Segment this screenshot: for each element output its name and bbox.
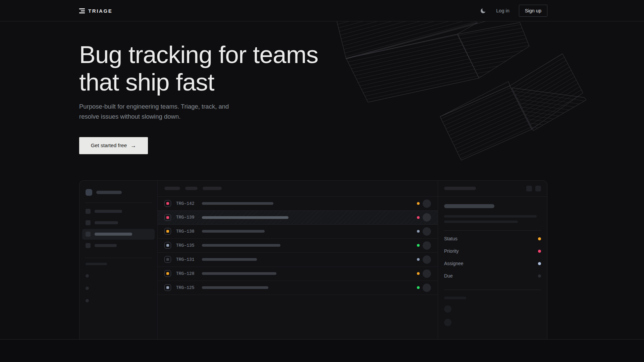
issue-row: TRG–138	[158, 225, 438, 239]
issue-priority-dot	[417, 258, 420, 261]
property-label: Priority	[444, 248, 459, 254]
triage-bars-icon	[79, 8, 85, 13]
detail-title-placeholder	[444, 204, 494, 208]
detail-header-button-placeholder	[526, 186, 532, 191]
activity-avatar-placeholder	[444, 305, 451, 313]
property-row-status: Status	[444, 233, 541, 245]
hero-heading: Bug tracking for teams that ship fast	[79, 21, 547, 96]
issue-assignee-avatar	[423, 241, 431, 250]
signup-button[interactable]: Sign up	[519, 5, 547, 17]
priority-value-dot	[538, 250, 541, 253]
issue-priority-dot	[417, 272, 420, 275]
issue-title-placeholder	[202, 286, 268, 289]
login-link[interactable]: Log in	[496, 8, 509, 13]
property-label: Assignee	[444, 261, 464, 266]
detail-description-placeholder	[444, 221, 518, 223]
detail-divider	[444, 230, 541, 231]
property-label: Due	[444, 273, 453, 279]
issue-title-placeholder	[202, 258, 257, 261]
issue-title-placeholder	[202, 244, 280, 247]
issue-title-placeholder	[202, 216, 288, 219]
property-row-assignee: Assignee	[444, 257, 541, 270]
issue-status-icon	[164, 200, 171, 207]
mockup-issue-list: TRG–142 TRG–139 TRG–138	[158, 181, 438, 340]
sidebar-dot-placeholder	[86, 274, 89, 278]
issue-assignee-avatar	[423, 255, 431, 264]
mockup-sidebar	[79, 181, 158, 340]
workspace-name-placeholder	[96, 191, 122, 194]
sidebar-section-label-placeholder	[86, 263, 107, 265]
issue-priority-dot	[417, 244, 420, 247]
sidebar-dot-placeholder	[86, 299, 89, 302]
brand-logo[interactable]: TRIAGE	[79, 8, 112, 14]
workspace-avatar-placeholder	[86, 189, 92, 196]
arrow-right-icon: →	[130, 143, 136, 148]
hero-heading-line2: that ship fast	[79, 68, 547, 96]
issue-assignee-avatar	[423, 213, 431, 222]
detail-description-placeholder	[444, 215, 537, 218]
issue-id: TRG–128	[176, 271, 197, 276]
issue-priority-dot	[417, 202, 420, 205]
issue-title-placeholder	[202, 202, 273, 205]
issue-row: TRG–128	[158, 267, 438, 281]
theme-toggle-moon-icon[interactable]	[480, 7, 487, 14]
nav-icon-placeholder	[86, 243, 91, 248]
mockup-workspace-switcher	[86, 189, 151, 196]
issue-assignee-avatar	[423, 284, 431, 292]
issue-row: TRG–131	[158, 253, 438, 267]
activity-label-placeholder	[444, 297, 466, 299]
property-row-due: Due	[444, 270, 541, 282]
hero-section: Bug tracking for teams that ship fast Pu…	[0, 21, 644, 340]
issue-status-icon	[164, 270, 171, 277]
get-started-label: Get started free	[91, 142, 127, 148]
issue-row-selected: TRG–139	[158, 210, 438, 225]
issue-priority-dot	[417, 230, 420, 233]
due-value-dot	[538, 275, 541, 278]
sidebar-nav-item-placeholder	[82, 218, 155, 228]
detail-divider	[444, 290, 541, 290]
issue-priority-dot	[417, 286, 420, 289]
assignee-value-dot	[538, 262, 541, 265]
activity-avatar-placeholder	[444, 319, 451, 326]
issue-row: TRG–142	[158, 197, 438, 211]
issue-list-filter-bar	[158, 181, 438, 197]
issue-id: TRG–139	[176, 215, 197, 220]
issue-id: TRG–138	[176, 229, 197, 234]
issue-id: TRG–135	[176, 243, 197, 248]
issue-row: TRG–125	[158, 281, 438, 295]
sidebar-divider	[85, 258, 152, 258]
filter-pill-placeholder	[164, 187, 180, 190]
issue-priority-dot	[417, 216, 420, 219]
property-row-priority: Priority	[444, 245, 541, 257]
sidebar-nav-item-placeholder	[82, 240, 155, 251]
filter-pill-placeholder	[185, 187, 198, 190]
nav-icon-placeholder	[86, 220, 91, 225]
get-started-button[interactable]: Get started free →	[79, 137, 148, 154]
issue-row: TRG–135	[158, 239, 438, 253]
sidebar-divider	[85, 202, 152, 203]
issue-id: TRG–131	[176, 257, 197, 262]
footer-band	[0, 340, 644, 362]
detail-header-placeholder	[444, 187, 476, 190]
top-nav: TRIAGE Log in Sign up	[0, 0, 644, 21]
issue-id: TRG–142	[176, 201, 197, 206]
brand-name: TRIAGE	[88, 8, 112, 14]
issue-status-icon	[164, 214, 171, 221]
issue-id: TRG–125	[176, 285, 197, 290]
issue-status-icon	[164, 256, 171, 263]
issue-assignee-avatar	[423, 227, 431, 236]
issue-status-icon	[164, 228, 171, 235]
filter-pill-placeholder	[203, 187, 222, 190]
status-value-dot	[538, 237, 541, 240]
sidebar-dot-placeholder	[86, 287, 89, 290]
sidebar-nav-item-placeholder-active	[82, 229, 155, 240]
sidebar-nav-item-placeholder	[82, 206, 155, 217]
issue-title-placeholder	[202, 230, 265, 233]
hero-heading-line1: Bug tracking for teams	[79, 41, 547, 68]
detail-panel-body: Status Priority Assignee Due	[438, 197, 547, 332]
detail-panel-header	[438, 181, 547, 197]
property-label: Status	[444, 236, 458, 241]
issue-assignee-avatar	[423, 269, 431, 278]
app-preview-mockup: TRG–142 TRG–139 TRG–138	[79, 180, 547, 340]
nav-icon-placeholder	[86, 232, 91, 237]
